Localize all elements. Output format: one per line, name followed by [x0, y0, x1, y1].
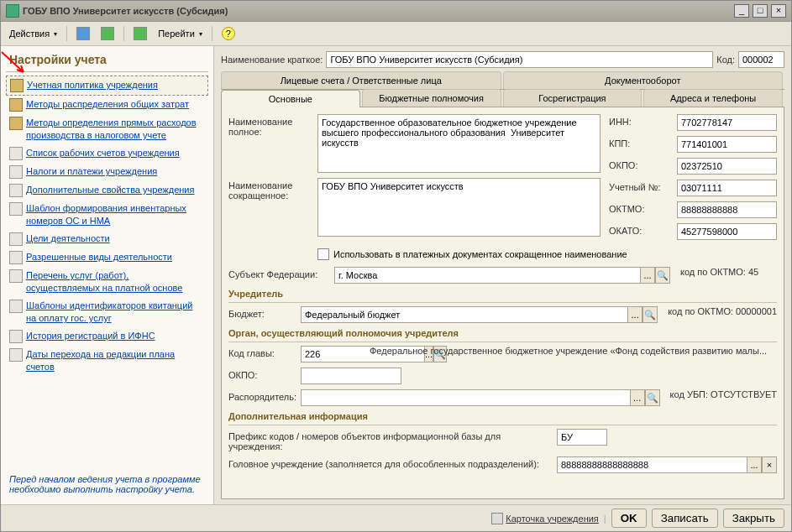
- use-short-label: Использовать в платежных документах сокр…: [333, 249, 627, 259]
- maximize-button[interactable]: □: [753, 4, 768, 18]
- okpo-label: ОКПО:: [609, 158, 672, 170]
- footer: Карточка учреждения | OK Записать Закрыт…: [1, 504, 791, 531]
- okato-label: ОКАТО:: [609, 223, 672, 236]
- sidebar-item-direct-costs[interactable]: Методы определения прямых расходов произ…: [6, 114, 208, 144]
- tab-accounts-persons[interactable]: Лицевые счета / Ответственные лица: [221, 71, 501, 89]
- save-button[interactable]: Записать: [652, 509, 718, 528]
- save-icon: [76, 27, 90, 40]
- tab-doc-flow[interactable]: Документооборот: [503, 71, 784, 89]
- head-select-button[interactable]: ...: [747, 456, 762, 473]
- inn-label: ИНН:: [609, 114, 672, 127]
- budget-select-button[interactable]: ...: [627, 306, 643, 323]
- rasp-select-button[interactable]: ...: [630, 389, 645, 406]
- nav-icon: [134, 27, 147, 40]
- wrench-icon: [9, 98, 23, 112]
- doc-icon: [9, 251, 23, 264]
- budget-suffix: код по ОКТМО: 00000001: [668, 306, 777, 316]
- okpo2-label: ОКПО:: [228, 368, 296, 380]
- tab-budget-auth[interactable]: Бюджетные полномочия: [362, 89, 501, 107]
- sidebar-item-allowed-activities[interactable]: Разрешенные виды деятельности: [6, 248, 208, 267]
- subject-select-button[interactable]: ...: [640, 267, 655, 284]
- close-window-button[interactable]: Закрыть: [723, 509, 784, 528]
- subject-search-button[interactable]: 🔍: [655, 267, 670, 284]
- sidebar-item-taxes[interactable]: Налоги и платежи учреждения: [6, 163, 208, 181]
- oktmo-label: ОКТМО:: [609, 201, 672, 214]
- subject-label: Субъект Федерации:: [228, 267, 329, 279]
- prefix-input[interactable]: [557, 429, 607, 446]
- close-button[interactable]: ×: [771, 4, 786, 18]
- main-panel: Наименование краткое: Код: Лицевые счета…: [214, 46, 791, 504]
- titlebar: ГОБУ ВПО Университет искусств (Субсидия)…: [1, 1, 791, 22]
- inn-input[interactable]: [677, 114, 777, 131]
- code-label: Код:: [716, 55, 735, 65]
- printer-icon: [491, 513, 503, 524]
- doc-icon: [9, 330, 23, 343]
- sidebar-item-cost-methods[interactable]: Методы распределения общих затрат: [6, 96, 208, 114]
- budget-search-button[interactable]: 🔍: [643, 306, 658, 323]
- kpp-label: КПП:: [609, 136, 672, 149]
- okpo-input[interactable]: [677, 158, 777, 175]
- toolbar-btn-2[interactable]: [97, 24, 118, 43]
- doc-icon: [9, 165, 23, 179]
- sidebar-item-receipt-ids[interactable]: Шаблоны идентификаторов квитанций на опл…: [6, 297, 208, 327]
- doc-icon: [9, 232, 23, 246]
- kpp-input[interactable]: [677, 136, 777, 153]
- full-name-input[interactable]: Государственное образовательное бюджетно…: [317, 114, 601, 173]
- okpo2-input[interactable]: [301, 368, 401, 384]
- oktmo-input[interactable]: [677, 201, 777, 218]
- okato-input[interactable]: [677, 223, 777, 240]
- tab-addresses[interactable]: Адреса и телефоны: [643, 89, 783, 107]
- doc-icon: [9, 348, 23, 362]
- rasp-input[interactable]: [301, 389, 630, 406]
- doc-icon: [9, 147, 23, 160]
- doc-icon: [9, 269, 23, 283]
- toolbar: Действия Перейти ?: [1, 22, 791, 46]
- code-input[interactable]: [738, 51, 784, 68]
- sidebar-item-plan-dates[interactable]: Даты перехода на редакции плана счетов: [6, 346, 208, 376]
- wrench-icon: [10, 79, 24, 92]
- wrench-icon: [9, 117, 23, 130]
- help-button[interactable]: ?: [218, 24, 239, 43]
- sidebar-item-goals[interactable]: Цели деятельности: [6, 230, 208, 248]
- subject-suffix: код по ОКТМО: 45: [680, 267, 758, 277]
- sidebar-item-addl-props[interactable]: Дополнительные свойства учреждения: [6, 181, 208, 200]
- goto-menu[interactable]: Перейти: [154, 26, 207, 41]
- rasp-search-button[interactable]: 🔍: [645, 389, 660, 406]
- short-name-input[interactable]: [326, 51, 713, 68]
- head-input[interactable]: [557, 456, 747, 473]
- sidebar-item-accounts-list[interactable]: Список рабочих счетов учреждения: [6, 144, 208, 163]
- ok-button[interactable]: OK: [611, 509, 647, 528]
- reorder-icon: [101, 27, 114, 40]
- sidebar-note: Перед началом ведения учета в программе …: [6, 469, 208, 499]
- sidebar-heading: Настройки учета: [6, 51, 208, 68]
- actions-menu[interactable]: Действия: [5, 26, 61, 41]
- short2-input[interactable]: ГОБУ ВПО Университет искусств: [317, 178, 601, 237]
- full-name-label: Наименование полное:: [228, 114, 312, 137]
- doc-icon: [9, 184, 23, 197]
- short-name-label: Наименование краткое:: [221, 55, 323, 65]
- print-card-link[interactable]: Карточка учреждения: [491, 513, 599, 524]
- sidebar-item-paid-services[interactable]: Перечень услуг (работ), осуществляемых н…: [6, 267, 208, 297]
- toolbar-btn-3[interactable]: [129, 24, 151, 43]
- use-short-checkbox[interactable]: [317, 248, 329, 260]
- head-clear-button[interactable]: ×: [762, 456, 777, 473]
- uch-label: Учетный №:: [609, 180, 672, 192]
- doc-icon: [9, 202, 23, 216]
- toolbar-btn-1[interactable]: [72, 24, 94, 43]
- prefix-label: Префикс кодов / номеров объектов информа…: [228, 429, 552, 451]
- rasp-label: Распорядитель:: [228, 389, 296, 402]
- rasp-suffix: код УБП: ОТСУТСТВУЕТ: [670, 389, 777, 399]
- chapter-text: Федеральное государственное бюджетное уч…: [370, 346, 777, 356]
- minimize-button[interactable]: _: [734, 4, 749, 18]
- tab-main[interactable]: Основные: [221, 90, 360, 107]
- uch-input[interactable]: [677, 180, 777, 196]
- subject-input[interactable]: [334, 267, 640, 284]
- sidebar-item-inv-numbers[interactable]: Шаблон формирования инвентарных номеров …: [6, 200, 208, 230]
- founder-section-title: Учредитель: [228, 289, 777, 299]
- tab-gov-reg[interactable]: Госрегистрация: [503, 89, 643, 107]
- budget-label: Бюджет:: [228, 306, 296, 319]
- sidebar-item-accounting-policy[interactable]: Учетная политика учреждения: [6, 76, 208, 96]
- budget-input[interactable]: [301, 306, 627, 323]
- help-icon: ?: [222, 27, 235, 40]
- sidebar-item-ifns-history[interactable]: История регистраций в ИФНС: [6, 327, 208, 346]
